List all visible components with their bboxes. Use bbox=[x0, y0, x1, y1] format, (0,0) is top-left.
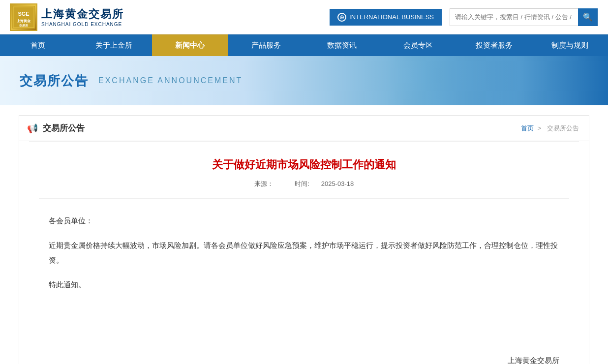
nav-item-investor[interactable]: 投资者服务 bbox=[456, 34, 532, 56]
page-banner: 交易所公告 EXCHANGE ANNOUNCEMENT bbox=[0, 56, 608, 105]
nav-item-news[interactable]: 新闻中心 bbox=[152, 34, 228, 56]
nav-item-members[interactable]: 会员专区 bbox=[380, 34, 456, 56]
source-label: 来源： bbox=[254, 180, 274, 187]
breadcrumb-separator: > bbox=[538, 124, 543, 132]
banner-decoration bbox=[387, 56, 608, 105]
article-paragraph-1: 近期贵金属价格持续大幅波动，市场风险加剧。请各会员单位做好风险应急预案，维护市场… bbox=[49, 238, 559, 268]
svg-text:交易所: 交易所 bbox=[19, 24, 29, 27]
section-header: 📢 交易所公告 首页 > 交易所公告 bbox=[19, 116, 589, 141]
section-title-area: 📢 交易所公告 bbox=[27, 122, 85, 134]
time-value: 2025-03-18 bbox=[321, 180, 354, 187]
search-icon: 🔍 bbox=[583, 12, 593, 22]
breadcrumb: 首页 > 交易所公告 bbox=[521, 124, 581, 133]
article-title: 关于做好近期市场风险控制工作的通知 bbox=[19, 142, 589, 180]
svg-text:SGE: SGE bbox=[18, 11, 29, 17]
main-nav: 首页 关于上金所 新闻中心 产品服务 数据资讯 会员专区 投资者服务 制度与规则 bbox=[0, 34, 608, 56]
svg-text:上海黄金: 上海黄金 bbox=[17, 19, 31, 23]
nav-item-home[interactable]: 首页 bbox=[0, 34, 76, 56]
nav-item-products[interactable]: 产品服务 bbox=[228, 34, 304, 56]
nav-item-about[interactable]: 关于上金所 bbox=[76, 34, 152, 56]
logo-icon: SGE 上海黄金 交易所 bbox=[10, 3, 37, 31]
article-salutation: 各会员单位： bbox=[49, 213, 559, 228]
section-title: 交易所公告 bbox=[43, 122, 85, 134]
logo-cn: 上海黄金交易所 bbox=[41, 7, 124, 22]
banner-title-cn: 交易所公告 bbox=[20, 72, 89, 90]
breadcrumb-current: 交易所公告 bbox=[547, 124, 579, 132]
content-wrapper: 📢 交易所公告 首页 > 交易所公告 关于做好近期市场风险控制工作的通知 来源：… bbox=[9, 105, 599, 364]
search-input[interactable] bbox=[450, 13, 578, 21]
logo-en: SHANGHAI GOLD EXCHANGE bbox=[41, 22, 124, 27]
nav-item-data[interactable]: 数据资讯 bbox=[304, 34, 380, 56]
article-container: 📢 交易所公告 首页 > 交易所公告 关于做好近期市场风险控制工作的通知 来源：… bbox=[19, 115, 589, 364]
logo-area: SGE 上海黄金 交易所 上海黄金交易所 SHANGHAI GOLD EXCHA… bbox=[10, 3, 330, 31]
article-signature: 上海黄金交易所 2025年3月18日 bbox=[19, 332, 589, 364]
breadcrumb-home[interactable]: 首页 bbox=[521, 124, 534, 132]
article-paragraph-2: 特此通知。 bbox=[49, 277, 559, 292]
megaphone-icon: 📢 bbox=[27, 123, 38, 134]
search-area: 🔍 bbox=[450, 8, 598, 26]
site-header: SGE 上海黄金 交易所 上海黄金交易所 SHANGHAI GOLD EXCHA… bbox=[0, 0, 608, 34]
logo-text: 上海黄金交易所 SHANGHAI GOLD EXCHANGE bbox=[41, 7, 124, 27]
banner-title-en: EXCHANGE ANNOUNCEMENT bbox=[98, 76, 243, 85]
time-label: 时间: bbox=[295, 180, 309, 187]
globe-icon: ⊕ bbox=[337, 13, 346, 22]
nav-item-rules[interactable]: 制度与规则 bbox=[532, 34, 608, 56]
search-button[interactable]: 🔍 bbox=[578, 8, 598, 26]
international-business-button[interactable]: ⊕ INTERNATIONAL BUSINESS bbox=[330, 9, 442, 26]
signature-org: 上海黄金交易所 bbox=[49, 351, 559, 364]
article-meta: 来源： 时间: 2025-03-18 bbox=[39, 180, 569, 199]
intl-button-label: INTERNATIONAL BUSINESS bbox=[349, 13, 434, 21]
article-body: 各会员单位： 近期贵金属价格持续大幅波动，市场风险加剧。请各会员单位做好风险应急… bbox=[19, 199, 589, 332]
